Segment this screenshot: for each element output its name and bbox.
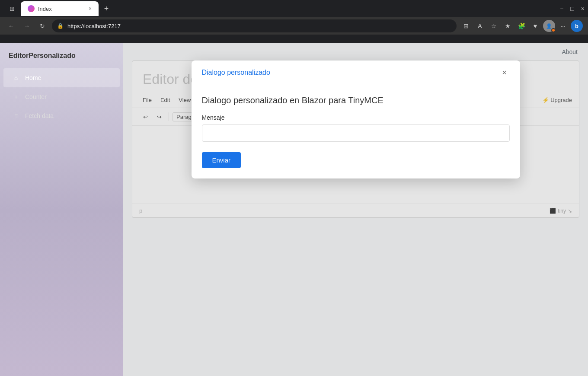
sidebar-item-home-label: Home: [25, 74, 41, 81]
address-container: 🔒: [52, 19, 457, 32]
minimize-button[interactable]: −: [560, 5, 563, 12]
sidebar-item-counter[interactable]: + Counter: [3, 87, 120, 106]
list-icon: ≡: [12, 112, 20, 119]
maximize-button[interactable]: □: [570, 5, 574, 12]
profile-dot: [551, 28, 556, 32]
dialog-subtitle: Dialogo personalizado en Blazor para Tin…: [202, 96, 510, 105]
message-input[interactable]: [202, 124, 510, 142]
forward-button[interactable]: →: [21, 20, 33, 32]
bing-button[interactable]: b: [571, 20, 583, 32]
dialog-footer: Enviar: [192, 152, 520, 178]
extension-icon[interactable]: 🧩: [515, 20, 527, 32]
more-button[interactable]: ···: [557, 20, 569, 32]
sidebar: EditorPersonalizado ⌂ Home + Counter ≡ F…: [0, 43, 123, 376]
tab-favicon: [28, 5, 35, 12]
home-icon: ⌂: [12, 74, 20, 81]
sidebar-nav: ⌂ Home + Counter ≡ Fetch data: [0, 68, 123, 125]
close-window-button[interactable]: ×: [581, 5, 585, 12]
profile-button[interactable]: 👤: [543, 20, 555, 32]
title-bar: ⊞ Index × + − □ ×: [0, 0, 588, 17]
sidebar-item-counter-label: Counter: [25, 93, 47, 100]
sidebar-title: EditorPersonalizado: [0, 43, 123, 68]
collections-icon[interactable]: ★: [502, 20, 514, 32]
reader-icon[interactable]: A: [474, 20, 486, 32]
sidebar-item-fetch-data-label: Fetch data: [25, 112, 54, 119]
active-tab[interactable]: Index ×: [21, 1, 99, 16]
refresh-button[interactable]: ↻: [36, 20, 48, 32]
modal-overlay: Dialogo personalizado × Dialogo personal…: [123, 43, 588, 376]
plus-icon: +: [12, 93, 20, 100]
dialog-close-button[interactable]: ×: [499, 67, 510, 78]
address-bar[interactable]: [52, 19, 457, 32]
new-tab-button[interactable]: +: [100, 3, 112, 15]
tab-close-button[interactable]: ×: [89, 6, 92, 12]
sidebar-item-fetch-data[interactable]: ≡ Fetch data: [3, 106, 120, 125]
dialog: Dialogo personalizado × Dialogo personal…: [192, 61, 520, 178]
sidebar-item-home[interactable]: ⌂ Home: [3, 68, 120, 87]
dialog-header: Dialogo personalizado ×: [192, 61, 520, 85]
address-bar-row: ← → ↻ 🔒 ⊞ A ☆ ★ 🧩 ♥ 👤 ··· b: [0, 17, 588, 35]
dialog-title: Dialogo personalizado: [202, 69, 270, 76]
browser-actions: ⊞ A ☆ ★ 🧩 ♥ 👤 ··· b: [460, 20, 583, 32]
lock-icon: 🔒: [57, 23, 64, 29]
submit-button[interactable]: Enviar: [202, 152, 241, 168]
heart-icon[interactable]: ♥: [529, 20, 541, 32]
window-controls: − □ ×: [560, 5, 585, 12]
app-layout: EditorPersonalizado ⌂ Home + Counter ≡ F…: [0, 43, 588, 376]
dialog-body: Dialogo personalizado en Blazor para Tin…: [192, 85, 520, 152]
tab-title: Index: [38, 6, 85, 12]
sidebar-toggle[interactable]: ⊞: [7, 3, 17, 14]
back-button[interactable]: ←: [5, 20, 17, 32]
star-empty-icon[interactable]: ☆: [488, 20, 500, 32]
browser-chrome: ⊞ Index × + − □ × ← → ↻ 🔒: [0, 0, 588, 43]
grid-icon[interactable]: ⊞: [460, 20, 472, 32]
message-label: Mensaje: [202, 114, 510, 121]
main-content: About Editor de texto personalizado File…: [123, 43, 588, 376]
